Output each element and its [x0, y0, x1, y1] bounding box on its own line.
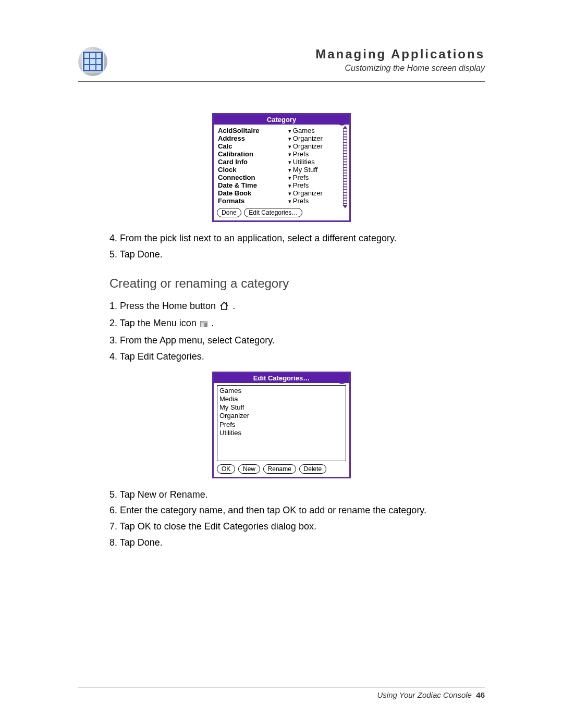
table-row: AcidSolitaireGames — [217, 127, 346, 134]
rename-button[interactable]: Rename — [263, 464, 296, 474]
done-button[interactable]: Done — [217, 208, 241, 217]
category-picker[interactable]: Organizer — [288, 134, 323, 142]
step: 7. Tap OK to close the Edit Categories d… — [109, 520, 485, 534]
dialog-title: Edit Categories… — [214, 373, 349, 383]
table-row: AddressOrganizer — [217, 134, 346, 142]
category-picker[interactable]: Prefs — [288, 181, 309, 189]
footer-text: Using Your Zodiac Console — [377, 690, 472, 699]
page-subtitle: Customizing the Home screen display — [118, 64, 485, 73]
svg-rect-2 — [201, 323, 204, 327]
list-item[interactable]: Media — [219, 395, 344, 403]
step: 8. Tap Done. — [109, 536, 485, 550]
category-table: AcidSolitaireGames AddressOrganizer Calc… — [217, 127, 346, 205]
category-picker[interactable]: Organizer — [288, 142, 323, 150]
apps-icon — [78, 47, 107, 76]
step: 3. From the App menu, select Category. — [109, 334, 485, 348]
table-row: Card InfoUtilities — [217, 158, 346, 166]
new-button[interactable]: New — [238, 464, 260, 474]
delete-button[interactable]: Delete — [299, 464, 327, 474]
list-item[interactable]: Prefs — [219, 421, 344, 429]
list-item[interactable]: My Stuff — [219, 403, 344, 412]
category-picker[interactable]: Organizer — [288, 189, 323, 197]
step: 4. From the pick list next to an applica… — [109, 231, 485, 246]
table-row: Date BookOrganizer — [217, 189, 346, 197]
ok-button[interactable]: OK — [217, 464, 235, 474]
category-picker[interactable]: My Stuff — [288, 166, 318, 174]
dialog-title: Category — [214, 115, 349, 125]
category-picker[interactable]: Prefs — [288, 197, 309, 205]
step: 4. Tap Edit Categories. — [109, 350, 485, 364]
table-row: Date & TimePrefs — [217, 181, 346, 189]
page: Managing Applications Customizing the Ho… — [0, 0, 563, 728]
step: 1. Press the Home button . — [109, 299, 485, 315]
category-dialog: i Category AcidSolitaireGames AddressOrg… — [212, 113, 351, 222]
menu-icon — [200, 317, 207, 332]
edit-categories-dialog: i Edit Categories… Games Media My Stuff … — [212, 372, 351, 478]
step: 2. Tap the Menu icon . — [109, 316, 485, 332]
step: 6. Enter the category name, and then tap… — [109, 503, 485, 518]
list-item[interactable]: Games — [219, 387, 344, 395]
svg-rect-1 — [201, 322, 207, 323]
category-picker[interactable]: Games — [288, 127, 315, 134]
table-row: ConnectionPrefs — [217, 174, 346, 181]
category-picker[interactable]: Prefs — [288, 174, 309, 181]
page-header: Managing Applications Customizing the Ho… — [78, 47, 485, 82]
categories-listbox[interactable]: Games Media My Stuff Organizer Prefs Uti… — [217, 385, 346, 461]
edit-categories-button[interactable]: Edit Categories… — [244, 208, 302, 217]
body: 5. Tap New or Rename. 6. Enter the categ… — [109, 488, 485, 551]
category-picker[interactable]: Prefs — [288, 150, 309, 158]
page-title: Managing Applications — [118, 47, 485, 61]
home-icon — [219, 300, 229, 315]
category-picker[interactable]: Utilities — [288, 158, 315, 166]
list-item[interactable]: Organizer — [219, 412, 344, 420]
table-row: CalibrationPrefs — [217, 150, 346, 158]
page-footer: Using Your Zodiac Console 46 — [78, 687, 485, 699]
table-row: FormatsPrefs — [217, 197, 346, 205]
body: 4. From the pick list next to an applica… — [109, 231, 485, 364]
step: 5. Tap New or Rename. — [109, 488, 485, 502]
step: 5. Tap Done. — [109, 248, 485, 262]
table-row: ClockMy Stuff — [217, 166, 346, 174]
section-heading: Creating or renaming a category — [109, 274, 485, 293]
scrollbar[interactable] — [343, 128, 347, 206]
list-item[interactable]: Utilities — [219, 429, 344, 437]
table-row: CalcOrganizer — [217, 142, 346, 150]
page-number: 46 — [476, 690, 485, 699]
